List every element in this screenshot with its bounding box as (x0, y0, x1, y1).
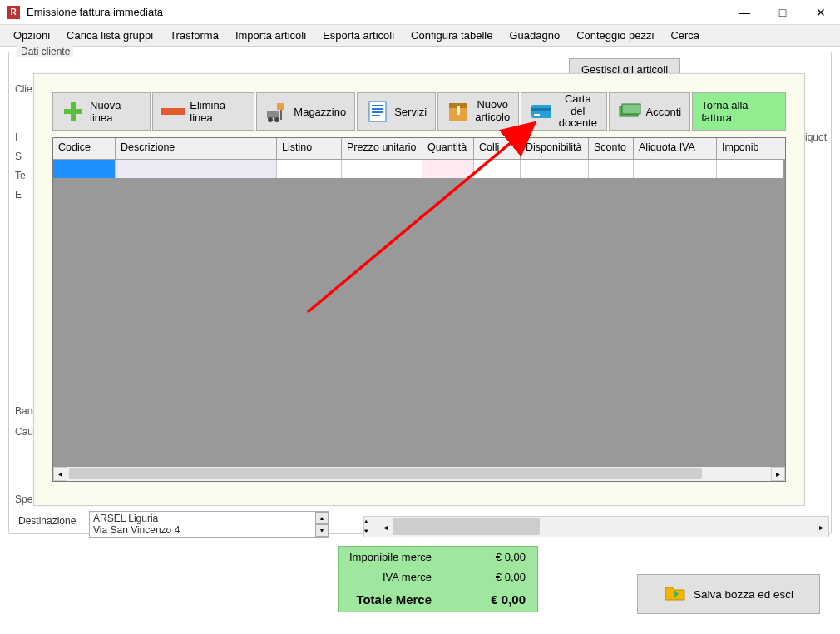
minimize-button[interactable]: — (725, 0, 763, 25)
grid-hscroll-track[interactable] (67, 467, 771, 481)
col-listino[interactable]: Listino (277, 138, 342, 159)
salva-bozza-button[interactable]: Salva bozza ed esci (637, 574, 820, 614)
torna-alla-fattura-button[interactable]: Torna alla fattura (692, 92, 786, 131)
hscroll-right-icon[interactable]: ▸ (814, 517, 828, 537)
titlebar: R Emissione fattura immediata — □ ✕ (0, 0, 840, 25)
svg-rect-18 (534, 114, 540, 116)
carta-docente-button[interactable]: Carta del docente (521, 92, 606, 131)
svg-rect-15 (457, 106, 460, 115)
iva-value: € 0,00 (438, 571, 537, 583)
cell-disponibilita[interactable] (521, 160, 589, 178)
menu-configura-tabelle[interactable]: Configura tabelle (403, 25, 501, 46)
grid-hscrollbar[interactable]: ◂ ▸ (53, 467, 785, 481)
totale-label: Totale Merce (339, 592, 438, 607)
nuova-linea-button[interactable]: Nuova linea (52, 92, 151, 131)
col-aliquota-iva[interactable]: Aliquota IVA (634, 138, 717, 159)
svg-rect-7 (277, 103, 284, 110)
label-destinazione: Destinazione (18, 515, 76, 527)
articoli-grid[interactable]: Codice Descrizione Listino Prezzo unitar… (52, 137, 786, 482)
plus-icon (62, 100, 85, 123)
cell-imponibile[interactable] (717, 160, 783, 178)
carta-docente-label: Carta del docente (558, 93, 597, 131)
destinazione-box[interactable]: ARSEL Liguria Via San Vincenzo 4 (89, 511, 329, 538)
grid-header: Codice Descrizione Listino Prezzo unitar… (53, 138, 785, 160)
imponibile-value: € 0,00 (438, 551, 537, 563)
iva-label: IVA merce (339, 571, 438, 583)
grid-row-new[interactable] (53, 160, 785, 178)
destinazione-line2: Via San Vincenzo 4 (93, 524, 324, 536)
label-cliente: Clie (15, 83, 32, 95)
col-codice[interactable]: Codice (53, 138, 116, 159)
acconti-button[interactable]: Acconti (609, 92, 691, 131)
vscroll-down-icon[interactable]: ▾ (364, 527, 378, 537)
menu-esporta-articoli[interactable]: Esporta articoli (314, 25, 403, 46)
totals-box: Imponibile merce € 0,00 IVA merce € 0,00… (338, 546, 538, 612)
cash-icon (618, 100, 641, 123)
close-button[interactable]: ✕ (802, 0, 840, 25)
card-icon (530, 100, 553, 123)
svg-rect-9 (372, 105, 383, 106)
menu-importa-articoli[interactable]: Importa articoli (227, 25, 314, 46)
cell-listino[interactable] (277, 160, 342, 178)
elimina-linea-label: Elimina linea (190, 99, 245, 124)
hscroll-left-icon[interactable]: ◂ (378, 517, 393, 537)
menu-trasforma[interactable]: Trasforma (161, 25, 227, 46)
col-disponibilita[interactable]: Disponibilità (521, 138, 589, 159)
box-icon (447, 100, 470, 123)
cell-aliquota-iva[interactable] (634, 160, 717, 178)
grid-hscroll-right-icon[interactable]: ▸ (771, 467, 785, 481)
magazzino-button[interactable]: Magazzino (256, 92, 355, 131)
svg-rect-12 (372, 115, 380, 116)
salva-bozza-label: Salva bozza ed esci (694, 588, 793, 601)
menu-guadagno[interactable]: Guadagno (501, 25, 568, 46)
maximize-button[interactable]: □ (763, 0, 802, 25)
label-stato: S (15, 151, 22, 162)
vscroll-up-icon[interactable]: ▴ (364, 517, 378, 527)
window-title: Emissione fattura immediata (27, 6, 725, 18)
nuovo-articolo-button[interactable]: Nuovo articolo (437, 92, 519, 131)
col-descrizione[interactable]: Descrizione (116, 138, 277, 159)
col-prezzo[interactable]: Prezzo unitario (342, 138, 422, 159)
menu-opzioni[interactable]: Opzioni (5, 25, 58, 46)
svg-point-5 (274, 117, 279, 122)
imponibile-label: Imponibile merce (339, 551, 438, 563)
svg-rect-3 (267, 111, 279, 118)
col-sconto[interactable]: Sconto (589, 138, 634, 159)
elimina-linea-button[interactable]: Elimina linea (152, 92, 254, 131)
articoli-overlay: Nuova linea Elimina linea Magazzino Serv… (33, 73, 805, 506)
group-legend: Dati cliente (17, 46, 73, 57)
servizi-button[interactable]: Servizi (357, 92, 436, 131)
hscrollbar[interactable]: ◂ ▸ (378, 517, 828, 537)
overlay-toolbar: Nuova linea Elimina linea Magazzino Serv… (52, 92, 786, 131)
cell-quantita[interactable] (422, 160, 474, 178)
bottom-scroll-area: ▴ ▾ ◂ ▸ (363, 516, 829, 537)
cell-prezzo[interactable] (342, 160, 422, 178)
document-lines-icon (366, 100, 389, 123)
destinazione-spinner[interactable]: ▴ ▾ (315, 512, 329, 537)
menu-cerca[interactable]: Cerca (662, 25, 708, 46)
spin-down-icon[interactable]: ▾ (315, 524, 329, 537)
menu-conteggio-pezzi[interactable]: Conteggio pezzi (568, 25, 662, 46)
svg-rect-10 (372, 108, 383, 110)
col-quantita[interactable]: Quantità (422, 138, 474, 159)
spin-up-icon[interactable]: ▴ (315, 512, 329, 524)
totale-value: € 0,00 (438, 592, 537, 607)
svg-rect-17 (531, 108, 551, 111)
col-imponibile[interactable]: Imponib (717, 138, 783, 159)
svg-rect-11 (372, 111, 383, 113)
cell-sconto[interactable] (589, 160, 634, 178)
cell-codice[interactable] (53, 160, 116, 178)
col-colli[interactable]: Colli (474, 138, 521, 159)
app-icon: R (7, 6, 20, 19)
hscroll-thumb[interactable] (393, 518, 540, 535)
svg-rect-21 (622, 104, 640, 114)
label-email: E (15, 189, 22, 201)
grid-hscroll-thumb[interactable] (69, 468, 702, 479)
grid-hscroll-left-icon[interactable]: ◂ (53, 467, 67, 481)
menu-carica-lista-gruppi[interactable]: Carica lista gruppi (58, 25, 161, 46)
hscroll-track[interactable] (393, 517, 814, 537)
magazzino-label: Magazzino (294, 106, 346, 118)
cell-descrizione[interactable] (116, 160, 277, 178)
cell-colli[interactable] (474, 160, 521, 178)
menubar: Opzioni Carica lista gruppi Trasforma Im… (0, 25, 840, 47)
